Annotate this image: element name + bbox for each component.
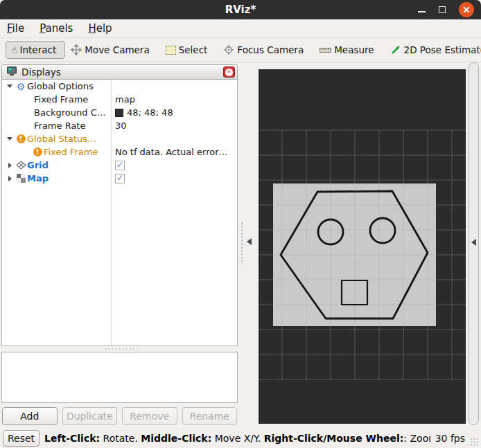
titlebar: RViz* (0, 0, 481, 19)
tool-label: Measure (334, 44, 374, 55)
tree-row-grid[interactable]: Grid (2, 159, 237, 172)
maximize-icon[interactable] (439, 6, 446, 13)
window-controls (418, 0, 474, 19)
menu-help[interactable]: Help (88, 22, 112, 35)
3d-viewport[interactable] (259, 69, 466, 424)
menubar: File Panels Help (0, 19, 481, 38)
collapse-right-arrow-icon[interactable] (471, 239, 476, 246)
statusbar: Reset Left-Click: Rotate. Middle-Click: … (0, 428, 481, 448)
grid-enabled-checkbox[interactable] (115, 161, 125, 170)
tree-row-fixed-frame-status[interactable]: Fixed Frame No tf data. Actual error… (2, 145, 237, 159)
3d-view-canvas[interactable] (259, 69, 466, 424)
mouse-help-text: Left-Click: Rotate. Middle-Click: Move X… (44, 433, 430, 444)
gear-icon (15, 82, 27, 91)
tool-label: Focus Camera (237, 44, 304, 55)
row-label: Grid (27, 160, 49, 170)
tree-row-map[interactable]: Map (2, 172, 237, 185)
row-label: Global Status… (27, 134, 96, 144)
row-label: Global Options (27, 81, 94, 91)
selection-box-icon (166, 46, 176, 55)
tool-2d-pose-estimate[interactable]: 2D Pose Estimate (390, 44, 481, 55)
expander-down-icon[interactable] (5, 137, 15, 141)
tool-label: Interact (20, 44, 57, 55)
row-label: Background C… (34, 107, 106, 118)
displays-panel: Displays Global Options Fixed Frame (0, 62, 239, 428)
hand-pointer-icon (11, 44, 17, 55)
tool-measure[interactable]: Measure (320, 44, 374, 55)
color-swatch[interactable] (115, 109, 123, 117)
tool-label: 2D Pose Estimate (404, 44, 481, 55)
row-value[interactable]: 48; 48; 48 (127, 107, 173, 118)
fps-counter: 30 fps (435, 433, 465, 444)
window-title: RViz* (225, 3, 256, 16)
main-area: Displays Global Options Fixed Frame (0, 62, 481, 428)
displays-panel-title: Displays (21, 66, 223, 78)
map-display-icon (15, 174, 27, 183)
splitter-dots (240, 222, 244, 265)
expander-right-icon[interactable] (5, 176, 15, 181)
displays-close-icon[interactable] (223, 66, 235, 78)
grid-display-icon (15, 161, 27, 170)
warning-icon (31, 147, 44, 156)
row-label: Fixed Frame (34, 94, 88, 105)
move-arrows-icon (71, 44, 82, 55)
panel-horizontal-splitter[interactable] (0, 346, 239, 352)
minimize-icon[interactable] (418, 5, 426, 12)
reset-button[interactable]: Reset (3, 430, 40, 447)
map-enabled-checkbox[interactable] (115, 174, 125, 183)
tool-select[interactable]: Select (166, 44, 208, 55)
tool-move-camera[interactable]: Move Camera (71, 44, 149, 55)
resize-grip[interactable] (470, 438, 479, 447)
row-label: Frame Rate (34, 120, 85, 131)
collapse-left-arrow-icon[interactable] (247, 238, 252, 245)
tree-row-global-status[interactable]: Global Status… (2, 132, 237, 145)
tool-focus-camera[interactable]: Focus Camera (223, 44, 304, 55)
expander-down-icon[interactable] (5, 84, 15, 88)
row-value[interactable]: map (115, 94, 135, 105)
green-pose-arrow-icon (390, 44, 401, 55)
ruler-icon (320, 46, 331, 54)
tree-row-background-color[interactable]: Background C… 48; 48; 48 (2, 106, 237, 119)
displays-panel-header: Displays (1, 64, 238, 80)
expander-right-icon[interactable] (5, 163, 15, 168)
tool-label: Select (179, 44, 208, 55)
row-value[interactable]: 30 (115, 120, 127, 131)
crosshair-icon (223, 44, 234, 55)
tool-label: Move Camera (85, 44, 149, 55)
tree-row-frame-rate[interactable]: Frame Rate 30 (2, 119, 237, 132)
right-panel-splitter[interactable] (466, 62, 481, 428)
displays-tree: Global Options Fixed Frame map Backgroun… (1, 80, 238, 346)
row-label: Fixed Frame (44, 147, 98, 157)
description-area (1, 352, 238, 403)
row-value: No tf data. Actual error… (115, 147, 228, 157)
menu-file[interactable]: File (7, 22, 24, 35)
tool-interact[interactable]: Interact (6, 41, 65, 59)
warning-icon (15, 134, 27, 143)
display-monitor-icon (6, 66, 17, 79)
tree-row-fixed-frame[interactable]: Fixed Frame map (2, 93, 237, 106)
close-icon[interactable] (459, 2, 474, 17)
menu-panels[interactable]: Panels (40, 22, 73, 35)
left-panel-splitter[interactable] (239, 62, 259, 428)
remove-button[interactable]: Remove (122, 407, 177, 425)
duplicate-button[interactable]: Duplicate (62, 407, 118, 425)
rviz-window: RViz* File Panels Help Interact (0, 0, 481, 448)
row-label: Map (27, 173, 49, 183)
tree-row-global-options[interactable]: Global Options (2, 80, 237, 93)
toolbar: Interact Move Camera Select (0, 38, 481, 62)
displays-buttons: Add Duplicate Remove Rename (0, 403, 239, 428)
add-button[interactable]: Add (2, 407, 58, 425)
rename-button[interactable]: Rename (182, 407, 238, 425)
